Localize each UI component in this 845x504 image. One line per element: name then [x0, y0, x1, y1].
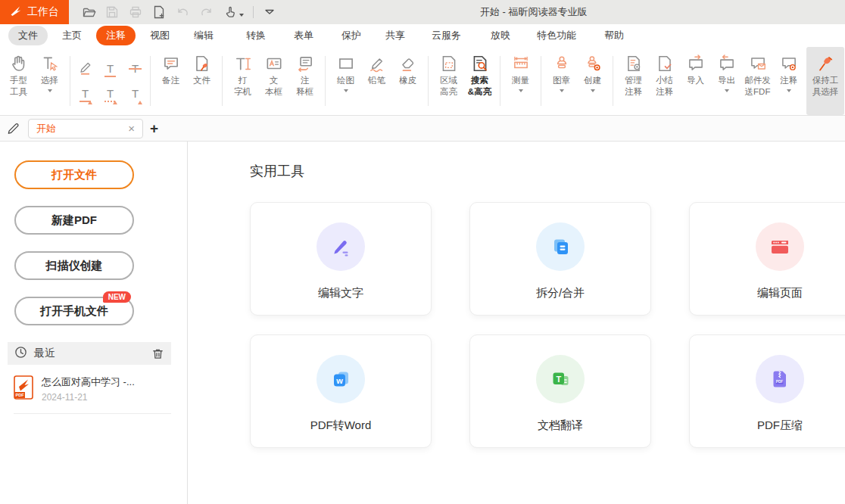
callout-button[interactable]: 注 释框 [289, 47, 320, 115]
pencil-button[interactable]: 铅笔 [361, 47, 392, 115]
text-markup-group: T T T T T [73, 56, 148, 106]
comment-style-button[interactable]: 注释 [773, 47, 804, 115]
ribbon-group-notes: 备注 文件 [153, 47, 220, 115]
split-merge-icon [536, 222, 585, 271]
menu-tab-file[interactable]: 文件 [8, 26, 48, 45]
export-comments-button[interactable]: 导出 [711, 47, 742, 115]
email-fdf-button[interactable]: 邮件发 送FDF [742, 47, 773, 115]
create-stamp-button[interactable]: 创建 [577, 47, 608, 115]
menu-bar: 文件 主页 注释 视图 编辑 转换 表单 保护 共享 云服务 放映 特色功能 帮… [0, 24, 845, 47]
squiggly-underline-button[interactable]: T [73, 81, 98, 106]
dropdown-caret-icon [591, 89, 595, 92]
save-icon[interactable] [104, 5, 120, 20]
create-stamp-icon [583, 52, 603, 75]
tool-card-split-merge[interactable]: 拆分/合并 [469, 202, 651, 316]
underline-icon: T [106, 63, 114, 74]
hand-tool-icon [9, 52, 29, 75]
new-pdf-button[interactable]: 新建PDF [14, 206, 134, 235]
eraser-button[interactable]: 橡皮 [392, 47, 423, 115]
dropdown-caret-icon [48, 89, 52, 92]
ribbon-divider [500, 56, 500, 106]
stamp-button[interactable]: 图章 [546, 47, 577, 115]
replace-text-button[interactable]: T [98, 81, 123, 106]
scanner-create-button[interactable]: 扫描仪创建 [14, 251, 134, 280]
open-folder-icon[interactable] [81, 5, 96, 20]
ribbon-divider [150, 56, 151, 106]
svg-text:w: w [335, 376, 343, 385]
tool-card-pdf-compress[interactable]: PDF PDF压缩 [689, 334, 845, 448]
file-attachment-button[interactable]: 文件 [186, 47, 217, 115]
tool-card-edit-pages[interactable]: 编辑页面 [689, 202, 845, 316]
content-area: 打开文件 新建PDF 扫描仪创建 打开手机文件 NEW 最近 PDF [0, 142, 845, 504]
summarize-comments-button[interactable]: 小结 注释 [649, 47, 680, 115]
area-highlight-button[interactable]: 区域 高亮 [433, 47, 464, 115]
textbox-button[interactable]: 文 本框 [258, 47, 289, 115]
menu-tab-form[interactable]: 表单 [284, 26, 323, 45]
pdf-to-word-icon: w [316, 355, 365, 403]
foxit-reader-window: 工作台 [0, 0, 845, 504]
touch-mode-icon[interactable] [222, 5, 245, 20]
window-title: 开始 - 福昕阅读器专业版 [480, 0, 588, 24]
note-button[interactable]: 备注 [155, 47, 186, 115]
print-icon[interactable] [128, 5, 143, 20]
clear-recent-trash-icon[interactable] [151, 347, 164, 360]
underline-text-button[interactable]: T [98, 56, 123, 81]
keep-tool-selected-button[interactable]: 保持工 具选择 [806, 47, 844, 115]
recent-file-name: 怎么面对高中学习 -... [42, 375, 135, 389]
strikeout-text-button[interactable]: T [123, 56, 148, 81]
comment-ribbon: 手型 工具 选择 T T T T T [0, 47, 845, 116]
drawing-rectangle-icon [336, 52, 356, 75]
open-mobile-file-button[interactable]: 打开手机文件 NEW [14, 297, 134, 325]
menu-tab-home[interactable]: 主页 [52, 26, 92, 45]
search-highlight-button[interactable]: 搜索 &高亮 [464, 47, 495, 115]
search-highlight-icon [470, 52, 490, 75]
menu-tab-features[interactable]: 特色功能 [527, 26, 586, 45]
tab-start-page[interactable]: 开始 × [28, 119, 143, 138]
import-comments-button[interactable]: 导入 [680, 47, 711, 115]
tab-close-icon[interactable]: × [128, 123, 135, 134]
select-tool-button[interactable]: 选择 [34, 47, 65, 115]
annotation-pencil-icon[interactable] [6, 121, 21, 136]
typewriter-button[interactable]: 打 字机 [227, 47, 258, 115]
menu-tab-cloud[interactable]: 云服务 [422, 26, 471, 45]
ribbon-group-draw: 绘图 铅笔 橡皮 [328, 47, 426, 115]
tool-card-doc-translate[interactable]: T 文档翻译 [469, 334, 651, 448]
dropdown-caret-icon [560, 89, 564, 92]
menu-tab-edit[interactable]: 编辑 [184, 26, 223, 45]
menu-tab-convert[interactable]: 转换 [236, 26, 276, 45]
recent-file-item[interactable]: PDF 怎么面对高中学习 -... 2024-11-21 [14, 375, 171, 414]
hand-tool-button[interactable]: 手型 工具 [3, 47, 34, 115]
pencil-icon [367, 52, 387, 75]
insert-text-button[interactable]: T [123, 81, 148, 106]
create-pdf-icon[interactable] [151, 5, 167, 20]
note-icon [161, 52, 181, 75]
drawing-button[interactable]: 绘图 [330, 47, 361, 115]
ribbon-divider [222, 56, 223, 106]
new-tab-button[interactable]: + [150, 120, 158, 137]
tool-card-edit-text[interactable]: 编辑文字 [250, 202, 432, 316]
select-tool-icon [40, 52, 60, 75]
foxit-logo-icon [10, 5, 22, 20]
quick-access-toolbar [81, 5, 277, 20]
highlight-text-button[interactable] [73, 56, 98, 81]
customize-toolbar-icon[interactable] [262, 5, 277, 20]
menu-tab-help[interactable]: 帮助 [594, 26, 634, 45]
recent-title: 最近 [34, 347, 55, 360]
manage-comments-button[interactable]: 管理 注释 [618, 47, 649, 115]
replace-text-icon: T [106, 88, 114, 99]
workbench-button[interactable]: 工作台 [0, 0, 69, 24]
menu-tab-view[interactable]: 视图 [140, 26, 179, 45]
menu-tab-share[interactable]: 共享 [376, 26, 415, 45]
undo-icon[interactable] [175, 5, 190, 20]
tool-card-pdf-to-word[interactable]: w PDF转Word [250, 334, 432, 448]
menu-tab-protect[interactable]: 保护 [332, 26, 371, 45]
export-comments-icon [717, 52, 737, 75]
menu-tab-present[interactable]: 放映 [481, 26, 520, 45]
strikeout-icon: T [131, 63, 139, 74]
redo-icon[interactable] [198, 5, 214, 20]
open-file-button[interactable]: 打开文件 [14, 160, 134, 189]
measure-button[interactable]: 测量 [505, 47, 536, 115]
touch-mode-caret-icon [239, 14, 244, 17]
menu-tab-comment[interactable]: 注释 [96, 26, 136, 45]
utility-tools-panel: 实用工具 编辑文字 拆分/合并 [188, 142, 845, 504]
